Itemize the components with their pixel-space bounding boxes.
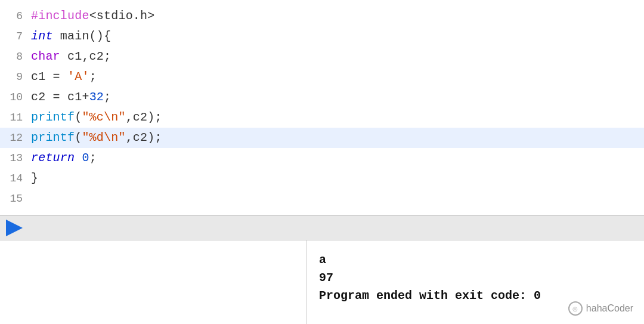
run-icon[interactable] bbox=[6, 220, 23, 236]
token: printf bbox=[31, 131, 75, 144]
code-line: 6#include<stdio.h> bbox=[0, 6, 644, 26]
token: ( bbox=[75, 110, 82, 124]
code-line: 8 char c1,c2; bbox=[0, 47, 644, 67]
token: c1,c2; bbox=[60, 50, 111, 63]
token: ,c2); bbox=[126, 131, 162, 144]
token: main(){ bbox=[53, 29, 112, 43]
line-number: 10 bbox=[6, 87, 23, 107]
toolbar-bar bbox=[0, 215, 644, 240]
token: ,c2); bbox=[126, 110, 162, 124]
token: int bbox=[31, 29, 53, 43]
line-code: #include<stdio.h> bbox=[31, 6, 154, 26]
token: c1 = bbox=[31, 70, 67, 84]
output-left-panel bbox=[0, 240, 307, 324]
code-editor: 6#include<stdio.h>7int main(){8 char c1,… bbox=[0, 0, 644, 215]
token: 'A' bbox=[67, 70, 89, 84]
line-number: 13 bbox=[6, 148, 23, 168]
line-code: int main(){ bbox=[31, 26, 111, 47]
line-code: c2 = c1+32; bbox=[31, 87, 111, 107]
line-number: 7 bbox=[6, 26, 23, 47]
token: ; bbox=[104, 90, 111, 104]
line-number: 6 bbox=[6, 6, 23, 26]
line-number: 11 bbox=[6, 107, 23, 128]
code-line: 15 bbox=[0, 189, 644, 209]
token: return bbox=[31, 151, 75, 165]
code-line: 12 printf("%d\n",c2); bbox=[0, 128, 644, 148]
token: char bbox=[31, 50, 60, 63]
line-number: 8 bbox=[6, 47, 23, 67]
line-code: printf("%c\n",c2); bbox=[31, 107, 162, 128]
code-line: 14} bbox=[0, 168, 644, 189]
token: ( bbox=[75, 131, 82, 144]
line-number: 14 bbox=[6, 168, 23, 189]
line-code: char c1,c2; bbox=[31, 47, 111, 67]
token: printf bbox=[31, 110, 75, 124]
token: 0 bbox=[82, 151, 89, 165]
token: #include bbox=[31, 9, 89, 23]
line-code: return 0; bbox=[31, 148, 97, 168]
token: <stdio.h> bbox=[89, 9, 155, 23]
watermark-text: hahaCoder bbox=[586, 303, 633, 314]
token: ; bbox=[89, 151, 97, 165]
line-code: printf("%d\n",c2); bbox=[31, 128, 162, 148]
token: } bbox=[31, 171, 38, 185]
code-line: 11 printf("%c\n",c2); bbox=[0, 107, 644, 128]
code-line: 13 return 0; bbox=[0, 148, 644, 168]
line-number: 9 bbox=[6, 67, 23, 87]
output-line: a bbox=[319, 251, 632, 269]
line-number: 15 bbox=[6, 189, 23, 209]
token bbox=[75, 151, 82, 165]
code-line: 7int main(){ bbox=[0, 26, 644, 47]
output-line: 97 bbox=[319, 269, 632, 287]
output-area: a97Program ended with exit code: 0 ◎ hah… bbox=[0, 240, 644, 324]
output-right-panel: a97Program ended with exit code: 0 ◎ hah… bbox=[307, 240, 644, 324]
line-code: } bbox=[31, 168, 38, 189]
token: c2 = c1+ bbox=[31, 90, 89, 104]
app-container: 6#include<stdio.h>7int main(){8 char c1,… bbox=[0, 0, 644, 324]
token: "%d\n" bbox=[82, 131, 125, 144]
token: 32 bbox=[89, 90, 104, 104]
watermark-icon: ◎ bbox=[568, 301, 583, 316]
watermark: ◎ hahaCoder bbox=[568, 301, 633, 316]
line-code: c1 = 'A'; bbox=[31, 67, 97, 87]
code-line: 10 c2 = c1+32; bbox=[0, 87, 644, 107]
token: "%c\n" bbox=[82, 110, 125, 124]
token: ; bbox=[89, 70, 97, 84]
line-number: 12 bbox=[6, 128, 23, 148]
code-line: 9 c1 = 'A'; bbox=[0, 67, 644, 87]
output-text: a97Program ended with exit code: 0 bbox=[319, 251, 632, 305]
